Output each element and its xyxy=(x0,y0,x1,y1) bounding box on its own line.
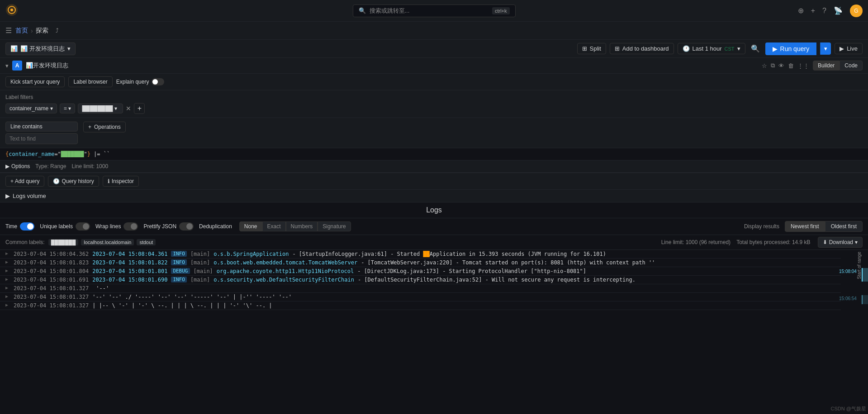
app-logo xyxy=(5,4,18,18)
log-message: '--' xyxy=(96,285,835,292)
log-expand-arrow[interactable]: ▶ xyxy=(5,268,8,273)
global-search[interactable]: 🔍 搜索或跳转至... ctrl+k xyxy=(353,5,516,17)
log-entry[interactable]: ▶ 2023-07-04 15:08:01.804 2023-07-04 15:… xyxy=(0,267,841,276)
wrap-lines-knob xyxy=(131,223,137,230)
scrollbar-marker-1: 15:08:04 xyxy=(862,268,868,282)
add-panel-icon[interactable]: ⊕ xyxy=(798,6,804,15)
live-label: Live xyxy=(847,45,858,52)
help-icon[interactable]: ? xyxy=(822,7,826,15)
operations-button[interactable]: + Operations xyxy=(83,122,126,132)
home-link[interactable]: 首页 xyxy=(15,27,28,35)
logs-volume-label: Logs volume xyxy=(13,193,46,199)
logs-title: Logs xyxy=(0,202,868,218)
history-icon: 🕐 xyxy=(53,178,60,184)
log-expand-arrow[interactable]: ▶ xyxy=(5,251,8,256)
builder-tab[interactable]: Builder xyxy=(813,61,840,71)
log-expand-arrow[interactable]: ▶ xyxy=(5,277,8,282)
run-icon: ▶ xyxy=(773,45,778,52)
label-filters-title: Label filters xyxy=(5,94,863,100)
time-toggle[interactable] xyxy=(20,222,34,231)
user-avatar[interactable]: G xyxy=(850,5,863,17)
query-code-pipe: |= `` xyxy=(90,151,110,157)
dedup-tab-signature[interactable]: Signature xyxy=(318,221,351,231)
log-expand-arrow[interactable]: ▶ xyxy=(5,294,8,299)
add-icon[interactable]: + xyxy=(811,7,815,15)
newest-first-tab[interactable]: Newest first xyxy=(785,221,825,232)
copy-icon[interactable]: ⧉ xyxy=(771,62,775,69)
inspector-button[interactable]: ℹ Inspector xyxy=(103,176,139,187)
prettify-json-toggle-item: Prettify JSON xyxy=(143,222,194,231)
log-expand-arrow[interactable]: ▶ xyxy=(5,302,8,307)
filter-clear-button[interactable]: ✕ xyxy=(126,105,131,112)
options-expand[interactable]: ▶ Options xyxy=(5,163,30,169)
options-type: Type: Range xyxy=(35,163,66,169)
search-icon: 🔍 xyxy=(359,7,366,14)
zoom-out-button[interactable]: 🔍 xyxy=(749,42,762,55)
unique-labels-toggle[interactable] xyxy=(76,222,90,231)
add-to-dashboard-button[interactable]: ⊞ Add to dashboard xyxy=(610,43,674,54)
log-expand-arrow[interactable]: ▶ xyxy=(5,259,8,264)
star-icon[interactable]: ☆ xyxy=(762,62,767,69)
logs-volume-arrow: ▶ xyxy=(5,193,10,199)
eye-icon[interactable]: 👁 xyxy=(778,62,784,69)
label-browser-button[interactable]: Label browser xyxy=(68,76,112,87)
logs-volume-header[interactable]: ▶ Logs volume xyxy=(5,193,863,199)
live-button[interactable]: ▶ Live xyxy=(835,43,863,54)
log-expand-arrow[interactable]: ▶ xyxy=(5,285,8,290)
dedup-tab-exact[interactable]: Exact xyxy=(262,221,286,231)
code-tab[interactable]: Code xyxy=(840,61,863,71)
dedup-tab-none[interactable]: None xyxy=(239,221,262,231)
line-contains-label[interactable]: Line contains xyxy=(5,122,78,132)
log-entry[interactable]: ▶ 2023-07-04 15:08:01.327 '--' '--' ./ '… xyxy=(0,293,841,301)
query-history-button[interactable]: 🕐 Query history xyxy=(48,176,99,187)
dedup-tab-numbers[interactable]: Numbers xyxy=(286,221,318,231)
run-query-dropdown[interactable]: ▾ xyxy=(820,42,831,55)
line-contains-box: Line contains xyxy=(5,122,78,144)
more-icon[interactable]: ⋮⋮ xyxy=(797,62,809,69)
inspector-icon: ℹ xyxy=(108,178,110,184)
download-button[interactable]: ⬇ Download ▾ xyxy=(818,237,863,248)
run-label: Run query xyxy=(780,45,810,52)
text-to-find-input[interactable] xyxy=(5,133,78,144)
filter-value-selector[interactable]: ████████ ▾ xyxy=(78,104,123,113)
common-label-tag-1: ███████ xyxy=(48,239,79,245)
explain-query-switch[interactable] xyxy=(152,78,164,85)
explain-query-toggle: Explain query xyxy=(116,78,165,85)
kick-start-button[interactable]: Kick start your query xyxy=(5,76,65,87)
scrollbar-area: Start of range 15:08:04 15:06:54 xyxy=(841,250,868,414)
filter-key-selector[interactable]: container_name ▾ xyxy=(5,104,57,113)
filter-value-chevron: ▾ xyxy=(114,105,117,112)
filter-add-button[interactable]: + xyxy=(134,103,145,114)
filter-row: container_name ▾ = ▾ ████████ ▾ ✕ + xyxy=(5,103,863,114)
svg-point-2 xyxy=(10,9,13,11)
log-thread: [main] xyxy=(194,268,213,274)
trash-icon[interactable]: 🗑 xyxy=(788,62,794,69)
log-entry[interactable]: ▶ 2023-07-04 15:08:01.327 | |-- \ '-' | … xyxy=(0,301,841,310)
split-button[interactable]: ⊞ Split xyxy=(577,43,606,54)
hamburger-icon[interactable]: ☰ xyxy=(5,26,12,35)
second-nav: ☰ 首页 › 探索 ⤴ xyxy=(0,22,868,40)
log-entry[interactable]: ▶ 2023-07-04 15:08:01.691 2023-07-04 15:… xyxy=(0,276,841,284)
add-query-button[interactable]: + Add query xyxy=(5,176,44,187)
collapse-button[interactable]: ▾ xyxy=(5,62,9,69)
oldest-first-tab[interactable]: Oldest first xyxy=(825,221,863,232)
scrollbar-marker-2: 15:06:54 xyxy=(862,295,868,304)
datasource-selector[interactable]: 📊 📊 开发环境日志 ▾ xyxy=(5,42,76,55)
run-query-button[interactable]: ▶ Run query xyxy=(765,42,817,55)
query-toolbar: Kick start your query Label browser Expl… xyxy=(0,74,868,90)
filter-op-chevron: ▾ xyxy=(68,105,71,112)
log-list: ▶ 2023-07-04 15:08:04.362 2023-07-04 15:… xyxy=(0,250,841,414)
notifications-icon[interactable]: 📡 xyxy=(834,6,843,15)
prettify-json-toggle[interactable] xyxy=(179,222,194,231)
unique-labels-knob xyxy=(83,223,89,230)
time-toggle-label: Time xyxy=(5,223,17,230)
log-entry[interactable]: ▶ 2023-07-04 15:08:01.327 '--' xyxy=(0,284,841,293)
log-entry[interactable]: ▶ 2023-07-04 15:08:01.823 2023-07-04 15:… xyxy=(0,259,841,267)
limit-text: Line limit: 1000 (96 returned) xyxy=(661,239,730,245)
filter-op-value: = xyxy=(64,105,67,112)
wrap-lines-toggle[interactable] xyxy=(123,222,138,231)
filter-op-selector[interactable]: = ▾ xyxy=(60,104,75,113)
time-range-button[interactable]: 🕐 Last 1 hour CST ▾ xyxy=(678,43,745,54)
log-entry[interactable]: ▶ 2023-07-04 15:08:04.362 2023-07-04 15:… xyxy=(0,250,841,259)
share-icon[interactable]: ⤴ xyxy=(56,27,59,34)
